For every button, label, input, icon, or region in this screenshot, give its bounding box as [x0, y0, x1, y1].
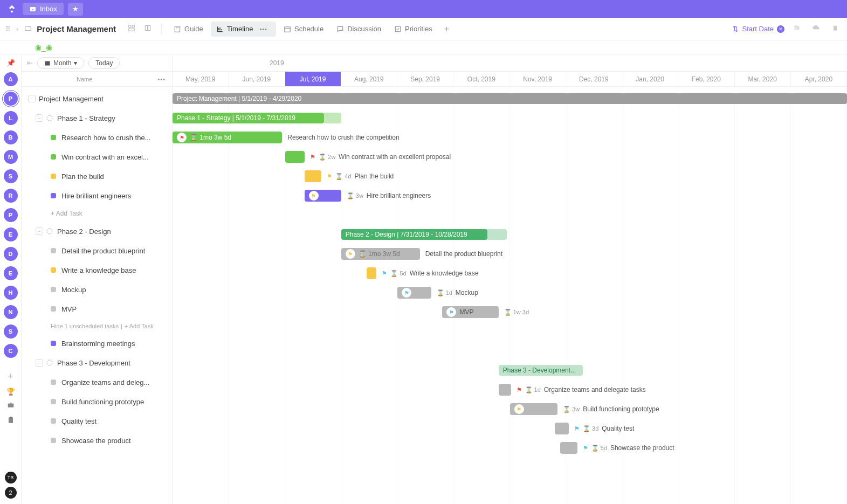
avatar[interactable]: H — [4, 286, 18, 300]
hide-unscheduled[interactable]: Hide 1 unscheduled tasks — [51, 323, 119, 329]
chevron-right-icon[interactable]: › — [13, 25, 22, 33]
tree-row[interactable]: Quality test — [22, 411, 172, 431]
avatar[interactable]: S — [4, 325, 18, 339]
tree-row[interactable]: −Phase 2 - Design — [22, 222, 172, 241]
avatar[interactable]: P — [4, 92, 18, 106]
avatar[interactable]: D — [4, 247, 18, 261]
avatar[interactable]: C — [4, 344, 18, 358]
sidebar-more-icon[interactable]: ••• — [157, 76, 166, 82]
month-header[interactable]: Jul, 2019 — [285, 72, 341, 86]
avatar[interactable]: R — [4, 189, 18, 203]
add-task-button[interactable]: + Add Task — [125, 323, 154, 329]
grip-icon[interactable]: ⠿ — [5, 25, 11, 33]
avatar[interactable]: E — [4, 266, 18, 280]
month-header[interactable]: Sep, 2019 — [397, 72, 453, 86]
svg-point-11 — [795, 25, 796, 26]
tree-row[interactable]: Build functioning prototype — [22, 392, 172, 411]
list-view-icon[interactable] — [125, 24, 139, 33]
pin-icon[interactable]: 📌 — [6, 59, 15, 67]
gantt-bar[interactable]: Phase 1 - Strategy | 5/1/2019 - 7/31/201… — [173, 113, 324, 123]
gantt-bar[interactable]: ⚑MVP⌛ 1w 3d — [442, 306, 498, 318]
gantt-bar[interactable]: ⚑ ⌛ 3d Quality test — [555, 423, 569, 434]
add-tab-button[interactable]: + — [440, 24, 453, 34]
month-header[interactable]: Dec, 2019 — [566, 72, 622, 86]
gantt-bar[interactable]: ⚑ ⌛ 5d Write a knowledge base — [367, 267, 377, 279]
gantt-bar[interactable]: ⚑⌛ 1mo 3w 5dDetail the product blueprint — [341, 248, 420, 260]
avatar[interactable]: A — [4, 72, 18, 86]
settings-icon[interactable] — [790, 24, 804, 33]
avatar[interactable]: S — [4, 169, 18, 183]
tree-row[interactable]: Hire brilliant engineers — [22, 186, 172, 205]
tree-row[interactable]: MVP — [22, 299, 172, 319]
gantt-bar[interactable]: ⚑⌛ 1mo 3w 5dResearch how to crush the co… — [173, 132, 282, 143]
tree-row[interactable]: −Phase 3 - Development — [22, 353, 172, 372]
star-button[interactable]: ★ — [68, 3, 83, 16]
tab-timeline[interactable]: Timeline••• — [211, 22, 276, 37]
gantt-bar[interactable]: ⚑ ⌛ 2w Win contract with an excellent pr… — [285, 151, 305, 163]
user-badge[interactable]: TB — [5, 472, 17, 484]
start-date-filter[interactable]: ⇅ Start Date ✕ — [733, 25, 784, 33]
tab-priorities[interactable]: Priorities — [389, 22, 438, 36]
gantt-bar[interactable]: Phase 3 - Development... — [499, 365, 583, 376]
clipboard-icon[interactable] — [7, 416, 15, 426]
tab-discussion[interactable]: Discussion — [331, 22, 387, 36]
month-header[interactable]: Jun, 2019 — [229, 72, 285, 86]
avatar[interactable]: N — [4, 305, 18, 319]
month-header[interactable]: Aug, 2019 — [341, 72, 397, 86]
tab-schedule[interactable]: Schedule — [278, 22, 329, 36]
tab-options-icon[interactable]: ••• — [256, 25, 271, 33]
month-header[interactable]: Mar, 2020 — [735, 72, 791, 86]
gantt-bar[interactable]: ⚑ ⌛ 4d Plan the build — [305, 170, 321, 182]
robot-icon[interactable]: ◉_◉ — [35, 43, 52, 52]
gantt-bar[interactable]: ⚑⌛ 3w Build functioning prototype — [510, 403, 558, 415]
gantt-chart[interactable]: 2019 May, 2019Jun, 2019Jul, 2019Aug, 201… — [173, 54, 847, 504]
add-task-button[interactable]: + Add Task — [22, 205, 172, 222]
inbox-button[interactable]: Inbox — [23, 3, 64, 15]
gantt-bar[interactable]: ⚑⌛ 1d Mockup — [397, 287, 431, 299]
gantt-bar[interactable]: ⚑ ⌛ 5d Showcase the product — [560, 442, 577, 454]
gantt-bar[interactable]: ⚑ ⌛ 1d Organize teams and delegate tasks — [499, 384, 511, 396]
tree-row[interactable]: Write a knowledge base — [22, 260, 172, 280]
gantt-bar[interactable]: Project Management | 5/1/2019 - 4/29/202… — [173, 93, 847, 104]
clear-filter-icon[interactable]: ✕ — [777, 25, 784, 33]
month-header[interactable]: Nov, 2019 — [510, 72, 566, 86]
avatar[interactable]: E — [4, 227, 18, 241]
tree-row[interactable]: Mockup — [22, 280, 172, 299]
today-button[interactable]: Today — [88, 57, 120, 69]
notification-count[interactable]: 2 — [5, 487, 17, 499]
tab-guide[interactable]: Guide — [168, 22, 209, 36]
tree-row[interactable]: Plan the build — [22, 167, 172, 186]
gantt-bar[interactable]: ⚑⌛ 3w Hire brilliant engineers — [305, 190, 341, 202]
avatar[interactable]: M — [4, 150, 18, 164]
tree-row[interactable]: −Phase 1 - Strategy — [22, 108, 172, 128]
avatar[interactable]: P — [4, 208, 18, 222]
tree-row[interactable]: Organize teams and deleg... — [22, 372, 172, 392]
tree-row[interactable]: Detail the product blueprint — [22, 241, 172, 260]
briefcase-icon[interactable] — [6, 401, 15, 410]
trash-icon[interactable] — [829, 24, 842, 33]
month-header[interactable]: May, 2019 — [173, 72, 229, 86]
avatar[interactable]: L — [4, 111, 18, 125]
avatar[interactable]: B — [4, 130, 18, 144]
month-header[interactable]: Apr, 2020 — [791, 72, 847, 86]
tree-row[interactable]: −Project Management — [22, 89, 172, 108]
tree-row[interactable]: Research how to crush the... — [22, 128, 172, 147]
sidebar: ⇤ Month ▾ Today Name ••• −Project Manage… — [22, 54, 173, 504]
month-header[interactable]: Feb, 2020 — [678, 72, 734, 86]
inbox-label: Inbox — [40, 5, 57, 13]
add-member-button[interactable]: + — [8, 371, 13, 382]
app-logo-icon[interactable] — [5, 3, 18, 16]
collapse-sidebar-icon[interactable]: ⇤ — [27, 59, 33, 67]
month-header[interactable]: Oct, 2019 — [453, 72, 509, 86]
gantt-bar[interactable]: Phase 2 - Design | 7/31/2019 - 10/28/201… — [341, 229, 487, 240]
timescale-select[interactable]: Month ▾ — [37, 57, 84, 69]
tree-row[interactable]: Showcase the product — [22, 431, 172, 450]
month-header[interactable]: Jan, 2020 — [622, 72, 678, 86]
book-icon[interactable] — [141, 24, 155, 33]
trophy-icon[interactable]: 🏆 — [6, 388, 15, 396]
svg-rect-15 — [8, 417, 12, 423]
tree-row[interactable]: Brainstorming meetings — [22, 334, 172, 353]
tree-row[interactable]: Win contract with an excel... — [22, 147, 172, 167]
cloud-icon[interactable] — [809, 24, 823, 33]
svg-rect-1 — [132, 25, 134, 27]
